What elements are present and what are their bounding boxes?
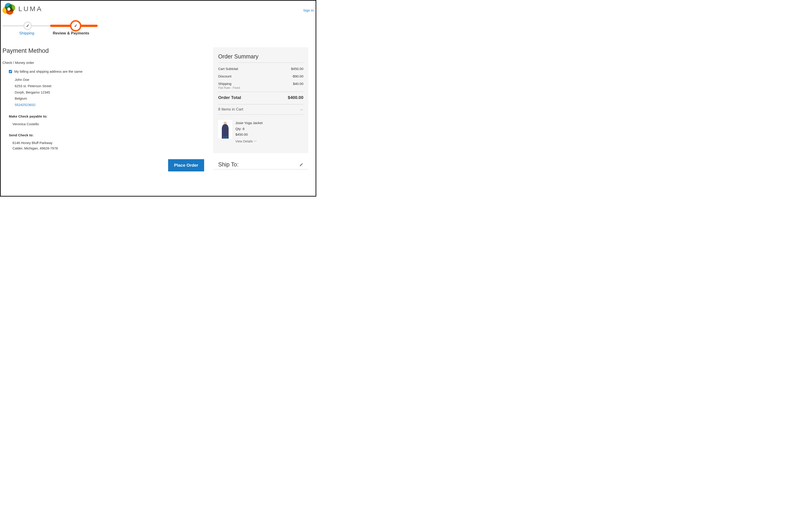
checkout-progress: ✓ ✓ Shipping Review & Payments bbox=[2, 20, 98, 38]
shipping-note: Flat Rate - Fixed bbox=[218, 86, 303, 92]
edit-icon[interactable] bbox=[299, 163, 303, 167]
svg-rect-1 bbox=[223, 136, 225, 139]
make-check-payable-value: Veronica Costello bbox=[12, 121, 204, 127]
discount-label: Discount bbox=[218, 74, 231, 78]
view-details-label: View Details bbox=[235, 140, 253, 143]
order-summary-title: Order Summary bbox=[218, 53, 303, 63]
billing-address: John Doe 6253 st. Peterson Street Dorph,… bbox=[15, 76, 204, 108]
cart-item-qty: Qty: 8 bbox=[235, 126, 263, 132]
shipping-label: Shipping bbox=[218, 82, 231, 86]
make-check-payable-label: Make Check payable to: bbox=[9, 114, 204, 118]
cart-item: Josie Yoga Jacket Qty: 8 $450.00 View De… bbox=[218, 120, 303, 144]
sign-in-link[interactable]: Sign In bbox=[303, 3, 314, 12]
send-check-line1: 6146 Honey Bluff Parkway bbox=[12, 140, 204, 146]
brand-logo[interactable]: LUMA bbox=[2, 3, 42, 15]
step-review-node[interactable]: ✓ bbox=[70, 20, 81, 31]
check-icon: ✓ bbox=[74, 23, 78, 28]
chevron-up-icon: ︿ bbox=[300, 107, 303, 112]
subtotal-value: $450.00 bbox=[291, 67, 303, 71]
ship-to-title: Ship To: bbox=[218, 161, 239, 168]
brand-name: LUMA bbox=[18, 5, 42, 13]
order-summary: Order Summary Cart Subtotal $450.00 Disc… bbox=[213, 47, 308, 153]
same-address-label: My billing and shipping address are the … bbox=[14, 69, 83, 73]
same-address-checkbox[interactable] bbox=[9, 70, 12, 73]
subtotal-label: Cart Subtotal bbox=[218, 67, 238, 71]
cart-item-name[interactable]: Josie Yoga Jacket bbox=[235, 120, 263, 126]
payment-method-value: Check / Money order bbox=[2, 61, 204, 64]
send-check-to-label: Send Check to: bbox=[9, 133, 204, 137]
address-city: Dorph, Bergamo 12345 bbox=[15, 89, 204, 96]
place-order-button[interactable]: Place Order bbox=[168, 159, 204, 171]
address-street: 6253 st. Peterson Street bbox=[15, 83, 204, 89]
address-name: John Doe bbox=[15, 76, 204, 83]
send-check-line2: Calder, Michigan, 49628-7978 bbox=[12, 146, 204, 151]
view-details-toggle[interactable]: View Details ﹀ bbox=[235, 139, 263, 144]
items-in-cart-toggle[interactable]: 8 Items in Cart ︿ bbox=[218, 104, 303, 115]
step-shipping-node[interactable]: ✓ bbox=[23, 21, 32, 30]
logo-icon bbox=[2, 3, 15, 15]
step-shipping-label[interactable]: Shipping bbox=[19, 31, 34, 35]
step-review-label: Review & Payments bbox=[53, 31, 89, 35]
svg-rect-2 bbox=[226, 136, 227, 139]
address-country: Belgium bbox=[15, 95, 204, 102]
check-icon: ✓ bbox=[26, 23, 29, 28]
order-total-label: Order Total bbox=[218, 95, 241, 100]
cart-item-price: $450.00 bbox=[235, 132, 263, 138]
items-in-cart-label: 8 Items in Cart bbox=[218, 107, 243, 112]
product-thumbnail[interactable] bbox=[218, 120, 232, 139]
order-total-value: $400.00 bbox=[288, 95, 303, 100]
address-phone[interactable]: 55242523632 bbox=[15, 102, 204, 108]
discount-value: -$90.00 bbox=[292, 74, 303, 78]
chevron-down-icon: ﹀ bbox=[254, 140, 257, 143]
payment-method-title: Payment Method bbox=[2, 47, 204, 54]
shipping-value: $40.00 bbox=[293, 82, 303, 86]
